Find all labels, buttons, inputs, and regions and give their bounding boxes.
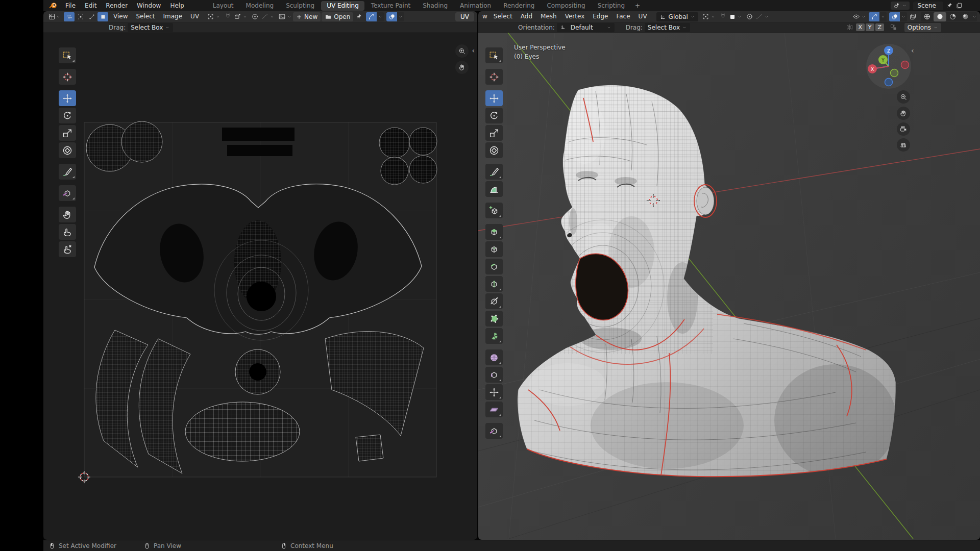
tool-scale[interactable]: [59, 125, 76, 141]
mirror-icon[interactable]: [846, 23, 853, 31]
tool-bevel[interactable]: [485, 259, 503, 274]
viewport-menu-face[interactable]: Face: [612, 12, 634, 21]
viewport-menu-select[interactable]: Select: [489, 12, 517, 21]
camera-view-button[interactable]: [897, 122, 910, 136]
uv-menu-view[interactable]: View: [109, 12, 132, 21]
uv-menu-select[interactable]: Select: [132, 12, 159, 21]
workspace-tab-rendering[interactable]: Rendering: [498, 1, 540, 11]
orientation-dropdown[interactable]: Default: [557, 23, 615, 32]
tool-select-box[interactable]: [59, 47, 76, 63]
pivot-point-dropdown[interactable]: [701, 12, 716, 21]
navigation-gizmo[interactable]: ZYX: [863, 41, 914, 92]
menu-window[interactable]: Window: [132, 1, 165, 10]
viewport-menu-mesh[interactable]: Mesh: [536, 12, 561, 21]
menu-render[interactable]: Render: [101, 1, 132, 10]
uv-menu-uv[interactable]: UV: [186, 12, 203, 21]
blender-logo-icon[interactable]: [48, 2, 58, 10]
gizmos-toggle[interactable]: [869, 12, 887, 21]
tool-shrink-fatten[interactable]: [485, 384, 503, 400]
uv-menu-image[interactable]: Image: [159, 12, 187, 21]
shading-rendered[interactable]: [959, 12, 972, 21]
tool-transform[interactable]: [485, 142, 503, 158]
tool-rotate[interactable]: [59, 108, 76, 123]
pin-icon[interactable]: [354, 13, 363, 21]
sidebar-collapse-arrow[interactable]: ‹: [472, 47, 475, 54]
tool-add-cube[interactable]: [485, 203, 503, 218]
view-menu-clipped[interactable]: w: [481, 12, 488, 21]
edge-select-mode[interactable]: [86, 12, 97, 21]
zoom-button[interactable]: [455, 44, 469, 58]
uv-sync-selection-toggle[interactable]: [64, 12, 75, 21]
tool-relax[interactable]: [59, 224, 76, 240]
tool-shear[interactable]: [485, 402, 503, 417]
scene-selector[interactable]: [891, 2, 910, 10]
new-image-button[interactable]: New: [293, 12, 321, 21]
workspace-tab-modeling[interactable]: Modeling: [240, 1, 280, 11]
new-scene-icon[interactable]: [955, 2, 963, 9]
tool-select-box[interactable]: [485, 47, 503, 63]
menu-file[interactable]: File: [61, 1, 80, 10]
snap-dropdown[interactable]: [718, 12, 742, 21]
tool-poly-build[interactable]: [485, 311, 503, 327]
perspective-toggle-button[interactable]: [897, 138, 910, 152]
zoom-button[interactable]: [897, 90, 910, 104]
tool-annotate[interactable]: [485, 164, 503, 180]
tool-cursor-3d[interactable]: [485, 69, 503, 85]
drag-mode-dropdown[interactable]: Select Box: [128, 23, 173, 32]
shading-material[interactable]: [946, 12, 959, 21]
pan-button[interactable]: [897, 107, 910, 120]
shading-solid[interactable]: [934, 12, 946, 21]
tool-spin[interactable]: [485, 328, 503, 344]
tool-annotate[interactable]: [59, 164, 76, 180]
pivot-point-dropdown[interactable]: [206, 12, 220, 21]
tool-transform[interactable]: [59, 142, 76, 158]
image-browser-dropdown[interactable]: [277, 12, 292, 21]
drag-mode-dropdown[interactable]: Select Box: [645, 23, 690, 32]
snap-dropdown[interactable]: [223, 12, 248, 21]
axis-toggle-x[interactable]: X: [856, 23, 865, 31]
axis-toggle-y[interactable]: Y: [866, 23, 874, 31]
tool-pinch[interactable]: [59, 241, 76, 257]
vertex-select-mode[interactable]: [75, 12, 86, 21]
tool-move[interactable]: [59, 90, 76, 106]
workspace-tab-animation[interactable]: Animation: [454, 1, 497, 11]
viewport-menu-vertex[interactable]: Vertex: [561, 12, 589, 21]
transform-orientation-dropdown[interactable]: Global: [656, 12, 698, 21]
tool-rotate[interactable]: [485, 108, 503, 123]
uv-canvas[interactable]: ‹: [43, 33, 477, 540]
add-workspace-button[interactable]: +: [631, 1, 644, 11]
uv-menu-pill[interactable]: UV: [455, 12, 474, 21]
workspace-tab-layout[interactable]: Layout: [207, 1, 239, 11]
proportional-edit-dropdown[interactable]: [250, 12, 275, 21]
tool-cursor-2d[interactable]: [59, 69, 76, 85]
object-visibility-dropdown[interactable]: [851, 12, 866, 21]
pin-icon[interactable]: [946, 2, 953, 9]
workspace-tab-uv-editing[interactable]: UV Editing: [321, 1, 364, 11]
viewport-menu-edge[interactable]: Edge: [589, 12, 612, 21]
workspace-tab-scripting[interactable]: Scripting: [592, 1, 630, 11]
shading-wireframe[interactable]: [921, 12, 934, 21]
tool-knife[interactable]: [485, 293, 503, 309]
menu-edit[interactable]: Edit: [80, 1, 101, 10]
sidebar-collapse-arrow[interactable]: ‹: [911, 47, 914, 54]
tool-scale[interactable]: [485, 125, 503, 141]
tool-grab[interactable]: [59, 207, 76, 222]
tool-loop-cut[interactable]: [485, 276, 503, 292]
open-image-button[interactable]: Open: [322, 12, 353, 21]
tool-inset-faces[interactable]: [485, 241, 503, 257]
tool-rip-region[interactable]: [485, 423, 503, 439]
workspace-tab-compositing[interactable]: Compositing: [541, 1, 591, 11]
face-select-mode[interactable]: [97, 12, 108, 21]
pan-button[interactable]: [455, 61, 469, 74]
options-dropdown[interactable]: Options: [904, 23, 941, 32]
proportional-edit-dropdown[interactable]: [745, 12, 769, 21]
overlays-toggle[interactable]: [889, 12, 907, 21]
overlays-toggle[interactable]: [386, 12, 404, 21]
workspace-tab-shading[interactable]: Shading: [417, 1, 453, 11]
tool-extrude-region[interactable]: [485, 224, 503, 240]
snap-settings-icon[interactable]: [890, 23, 897, 31]
viewport-canvas[interactable]: User Perspective (0) Eyes ZYX ‹: [478, 33, 980, 540]
scene-name[interactable]: Scene: [913, 2, 943, 10]
viewport-menu-add[interactable]: Add: [517, 12, 536, 21]
gizmos-toggle[interactable]: [366, 12, 384, 21]
